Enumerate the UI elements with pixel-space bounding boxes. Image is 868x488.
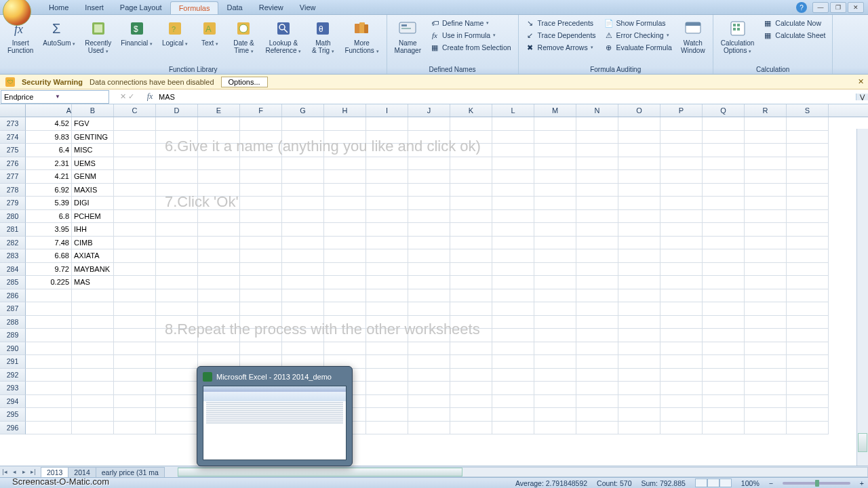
autosum-button[interactable]: Σ AutoSum ▾ [39,16,79,49]
cell[interactable] [576,289,618,303]
select-all-button[interactable] [0,104,26,117]
cell[interactable] [198,249,240,263]
sheet-tab[interactable]: early price (31 ma [96,467,165,477]
cell[interactable] [618,263,660,277]
cell[interactable] [114,117,156,131]
cell[interactable] [660,382,703,395]
cell[interactable] [408,170,450,184]
cell[interactable] [282,302,324,316]
cell[interactable] [366,395,408,409]
cell[interactable] [156,223,198,237]
cell[interactable] [618,395,660,409]
sheet-tab[interactable]: 2013 [41,467,68,477]
cell[interactable] [618,210,660,224]
cell[interactable] [450,263,492,277]
cell[interactable] [660,329,703,342]
cell[interactable] [745,263,787,277]
text-button[interactable]: A Text ▾ [194,16,225,49]
cell[interactable] [26,316,72,329]
cell[interactable] [787,276,829,289]
cell[interactable] [534,408,576,422]
cell[interactable] [618,223,660,237]
cell[interactable] [366,184,408,197]
cell[interactable] [198,289,240,303]
cell[interactable] [703,289,745,303]
cell[interactable] [534,395,576,409]
cell[interactable] [114,157,156,171]
cell[interactable] [450,184,492,197]
row-header[interactable]: 290 [0,342,26,356]
cell[interactable] [618,184,660,197]
cell[interactable] [240,223,282,237]
cell[interactable] [366,302,408,316]
cell[interactable] [660,263,703,277]
cell[interactable] [366,342,408,356]
cell[interactable] [492,369,534,382]
cell[interactable] [240,144,282,157]
cell[interactable] [198,144,240,157]
cell[interactable] [366,329,408,342]
cell[interactable] [156,316,198,329]
page-layout-view-button[interactable] [707,479,719,487]
cell[interactable] [240,249,282,263]
cell[interactable] [576,144,618,157]
cell[interactable] [408,342,450,356]
cell[interactable] [198,237,240,250]
cell[interactable] [408,249,450,263]
cell[interactable] [156,210,198,224]
calculate-now-button[interactable]: ▦Calculate Now [760,18,828,28]
cell[interactable] [534,197,576,210]
cell[interactable] [618,131,660,144]
cell[interactable] [492,237,534,250]
cell[interactable] [534,249,576,263]
cell[interactable] [660,355,703,369]
cell[interactable] [324,329,366,342]
cell[interactable] [366,131,408,144]
cell[interactable] [787,302,829,316]
cell[interactable] [450,131,492,144]
cell[interactable] [72,289,114,303]
cell[interactable] [703,276,745,289]
cell[interactable] [114,342,156,356]
cell[interactable] [198,342,240,356]
cell[interactable] [660,197,703,210]
cell[interactable] [576,249,618,263]
row-header[interactable]: 273 [0,117,26,131]
normal-view-button[interactable] [695,479,707,487]
cell[interactable] [703,131,745,144]
cell[interactable] [450,144,492,157]
cell[interactable] [72,302,114,316]
row-header[interactable]: 284 [0,263,26,277]
cell[interactable] [660,395,703,409]
cell[interactable] [534,355,576,369]
cell[interactable] [703,157,745,171]
watch-window-button[interactable]: WatchWindow [677,16,709,56]
cell[interactable] [282,276,324,289]
options-button[interactable]: Options... [221,77,268,87]
cell[interactable] [703,249,745,263]
cell[interactable] [198,157,240,171]
cell[interactable]: IHH [72,223,114,237]
column-header[interactable]: N [576,104,618,117]
recently-used-button[interactable]: RecentlyUsed ▾ [81,16,115,57]
cell[interactable] [72,355,114,369]
cell[interactable] [492,355,534,369]
cell[interactable] [450,197,492,210]
cell[interactable] [745,329,787,342]
cell[interactable] [366,408,408,422]
cell[interactable] [660,210,703,224]
last-sheet-button[interactable]: ▸| [28,468,38,475]
cell[interactable] [787,342,829,356]
cell[interactable] [282,263,324,277]
cell[interactable] [576,408,618,422]
column-header[interactable]: Q [703,104,745,117]
cell[interactable] [534,184,576,197]
worksheet-grid[interactable]: 6.Give it a name (anything you like and … [0,117,868,436]
cell[interactable] [576,263,618,277]
cell[interactable] [492,131,534,144]
restore-button[interactable]: ❐ [830,2,846,13]
taskbar-preview[interactable]: Microsoft Excel - 2013 2014_demo [197,366,353,466]
cell[interactable] [282,170,324,184]
cell[interactable] [366,369,408,382]
cell[interactable] [366,263,408,277]
